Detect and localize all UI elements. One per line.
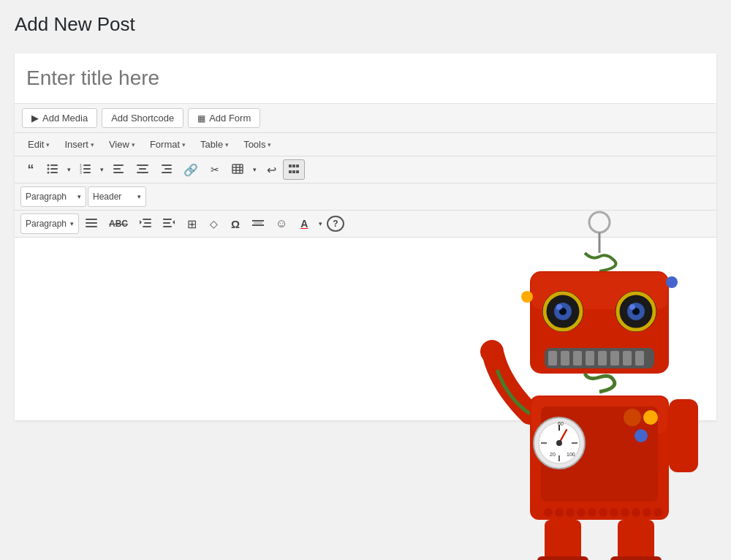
svg-rect-92 (537, 556, 588, 560)
erase-format-button[interactable]: ◇ (203, 213, 224, 234)
link-icon: 🔗 (183, 163, 198, 177)
add-form-button[interactable]: ▦ Add Form (188, 108, 260, 128)
view-arrow-icon: ▾ (132, 141, 135, 148)
menu-table-label: Table (200, 139, 223, 150)
svg-rect-31 (296, 170, 299, 173)
post-title-input[interactable] (26, 62, 705, 94)
list-ul-dropdown[interactable]: ▾ (64, 159, 74, 180)
add-media-label: Add Media (42, 113, 88, 124)
align-center-button[interactable] (132, 159, 154, 180)
svg-rect-15 (137, 164, 148, 166)
unordered-list-button[interactable] (42, 159, 63, 180)
special-chars-button[interactable]: Ω (225, 213, 246, 234)
toolbar-row-1: “ ▾ (15, 156, 716, 183)
tools-arrow-icon: ▾ (268, 141, 271, 148)
svg-point-99 (599, 508, 607, 517)
svg-rect-20 (162, 172, 172, 173)
list-ul-arrow-icon: ▾ (67, 166, 71, 173)
svg-rect-19 (164, 168, 172, 170)
ordered-list-icon: 1 2 3 (80, 164, 91, 176)
svg-line-81 (559, 430, 567, 443)
svg-rect-44 (252, 224, 264, 226)
text-color-button[interactable]: A (294, 213, 314, 234)
editor-top-bar: ▶ Add Media Add Shortcode ▦ Add Form (15, 104, 716, 133)
horizontal-rule-button[interactable] (247, 213, 269, 234)
svg-rect-39 (163, 219, 172, 220)
outdent-button[interactable] (158, 213, 180, 234)
ordered-list-button[interactable]: 1 2 3 (75, 159, 96, 180)
text-color-dropdown[interactable]: ▾ (315, 213, 325, 234)
add-media-button[interactable]: ▶ Add Media (22, 108, 97, 128)
font-format-label: Paragraph (26, 219, 67, 229)
header-select[interactable]: Header ▾ (88, 186, 146, 207)
svg-rect-14 (113, 172, 124, 173)
svg-rect-17 (137, 172, 148, 173)
strikethrough-button[interactable]: ABC (104, 213, 133, 234)
svg-point-95 (555, 508, 564, 517)
svg-point-100 (610, 508, 618, 517)
svg-rect-16 (139, 168, 146, 170)
outdent-icon (163, 218, 175, 230)
align-left-button[interactable] (108, 159, 130, 180)
svg-text:60: 60 (558, 421, 564, 426)
justify-button[interactable] (80, 213, 102, 234)
table-dropdown[interactable]: ▾ (249, 159, 260, 180)
svg-point-98 (588, 508, 596, 517)
svg-rect-2 (50, 172, 58, 173)
svg-point-94 (544, 508, 553, 517)
svg-point-101 (621, 508, 629, 517)
svg-point-82 (556, 440, 562, 446)
omega-icon: Ω (231, 218, 240, 230)
title-input-wrapper (15, 53, 716, 104)
align-right-icon (160, 164, 172, 176)
toolbar-row-3: Paragraph ▾ ABC (15, 211, 716, 238)
menu-item-tools[interactable]: Tools ▾ (236, 136, 279, 153)
table-arrow-icon: ▾ (253, 166, 257, 173)
paragraph-format-label: Paragraph (26, 192, 67, 202)
menu-item-view[interactable]: View ▾ (102, 136, 143, 153)
font-format-select[interactable]: Paragraph ▾ (20, 213, 79, 234)
svg-point-97 (577, 508, 586, 517)
paragraph-format-select[interactable]: Paragraph ▾ (20, 186, 86, 207)
add-shortcode-button[interactable]: Add Shortcode (102, 108, 183, 128)
upload-button[interactable]: ⊞ (181, 213, 202, 234)
svg-point-4 (48, 167, 50, 170)
svg-rect-35 (143, 219, 151, 220)
svg-rect-74 (541, 406, 658, 502)
menu-item-format[interactable]: Format ▾ (143, 136, 193, 153)
kitchen-sink-icon (288, 164, 300, 176)
kitchen-sink-button[interactable] (283, 159, 305, 180)
insert-link-button[interactable]: 🔗 (178, 159, 203, 180)
indent-icon (140, 218, 151, 230)
remove-link-button[interactable]: ✂ (205, 159, 225, 180)
svg-rect-0 (50, 164, 58, 166)
edit-arrow-icon: ▾ (46, 141, 50, 148)
align-left-icon (113, 164, 125, 176)
menu-item-edit[interactable]: Edit ▾ (20, 136, 57, 153)
table-button[interactable] (227, 159, 249, 180)
svg-rect-27 (292, 164, 295, 167)
header-select-arrow: ▾ (137, 193, 141, 200)
editor-body[interactable] (15, 238, 716, 420)
undo-button[interactable]: ↩ (261, 159, 281, 180)
svg-point-75 (534, 417, 585, 469)
svg-rect-18 (162, 164, 172, 166)
svg-rect-93 (610, 556, 662, 560)
indent-button[interactable] (135, 213, 156, 234)
align-right-button[interactable] (155, 159, 177, 180)
menu-item-insert[interactable]: Insert ▾ (57, 136, 102, 153)
svg-rect-45 (254, 222, 262, 224)
svg-rect-33 (86, 222, 97, 224)
svg-marker-42 (173, 220, 175, 224)
svg-rect-1 (50, 168, 58, 170)
svg-point-102 (632, 508, 640, 517)
page-title: Add New Post (15, 13, 716, 36)
svg-rect-41 (163, 226, 172, 227)
form-icon: ▦ (197, 113, 205, 124)
help-button[interactable]: ? (327, 216, 344, 232)
menu-item-table[interactable]: Table ▾ (193, 136, 236, 153)
blockquote-button[interactable]: “ (20, 159, 41, 180)
list-ol-dropdown[interactable]: ▾ (96, 159, 107, 180)
emoji-button[interactable]: ☺ (270, 213, 292, 234)
svg-text:3: 3 (80, 170, 82, 174)
